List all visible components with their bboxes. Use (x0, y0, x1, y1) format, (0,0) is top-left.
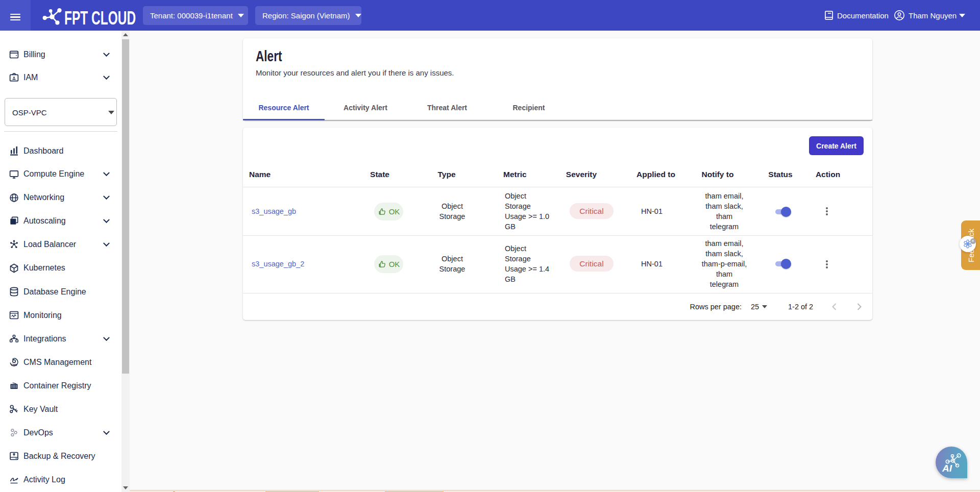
svg-text:AI: AI (942, 463, 952, 474)
svg-text:CMS: CMS (11, 363, 17, 366)
